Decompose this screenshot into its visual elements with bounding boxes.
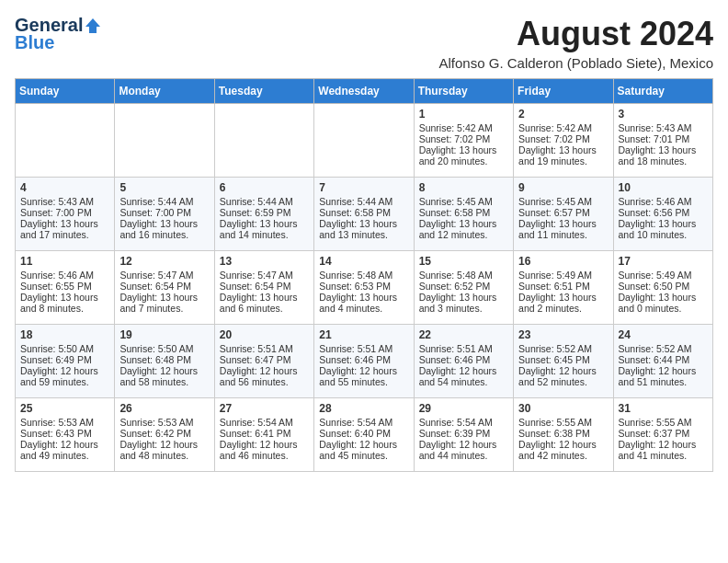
- day-info: Daylight: 13 hours: [220, 292, 309, 303]
- calendar-cell: 26Sunrise: 5:53 AMSunset: 6:42 PMDayligh…: [115, 398, 214, 472]
- day-info: Sunset: 7:02 PM: [518, 133, 608, 144]
- day-info: Sunrise: 5:49 AM: [619, 270, 708, 281]
- weekday-header: Wednesday: [314, 79, 414, 104]
- day-info: Sunrise: 5:47 AM: [220, 270, 309, 281]
- day-info: Sunset: 6:37 PM: [619, 428, 708, 439]
- day-number: 5: [119, 181, 209, 194]
- calendar-cell: 11Sunrise: 5:46 AMSunset: 6:55 PMDayligh…: [16, 251, 115, 325]
- day-info: Daylight: 12 hours: [319, 365, 408, 376]
- day-info: and 49 minutes.: [20, 450, 109, 461]
- day-number: 25: [20, 402, 109, 415]
- calendar-week-row: 4Sunrise: 5:43 AMSunset: 7:00 PMDaylight…: [16, 178, 713, 251]
- day-info: Sunrise: 5:44 AM: [220, 196, 309, 207]
- day-info: Sunset: 6:58 PM: [419, 207, 508, 218]
- day-info: and 10 minutes.: [619, 229, 708, 240]
- calendar-cell: 9Sunrise: 5:45 AMSunset: 6:57 PMDaylight…: [514, 178, 613, 251]
- day-info: and 2 minutes.: [518, 303, 608, 314]
- day-number: 29: [419, 402, 508, 415]
- calendar-week-row: 1Sunrise: 5:42 AMSunset: 7:02 PMDaylight…: [16, 104, 713, 178]
- day-number: 8: [419, 181, 508, 194]
- day-info: Sunset: 6:43 PM: [20, 428, 109, 439]
- day-info: Daylight: 13 hours: [419, 144, 508, 155]
- calendar-cell: 8Sunrise: 5:45 AMSunset: 6:58 PMDaylight…: [414, 178, 513, 251]
- day-info: Daylight: 12 hours: [319, 439, 408, 450]
- calendar-cell: 4Sunrise: 5:43 AMSunset: 7:00 PMDaylight…: [16, 178, 115, 251]
- day-number: 19: [119, 328, 209, 341]
- day-number: 23: [518, 328, 608, 341]
- day-info: Sunrise: 5:44 AM: [119, 196, 209, 207]
- day-info: Sunset: 7:00 PM: [119, 207, 209, 218]
- day-info: Daylight: 13 hours: [518, 218, 608, 229]
- calendar-cell: 24Sunrise: 5:52 AMSunset: 6:44 PMDayligh…: [613, 325, 712, 398]
- day-info: Daylight: 13 hours: [419, 292, 508, 303]
- day-info: Daylight: 12 hours: [119, 439, 209, 450]
- calendar-cell: 30Sunrise: 5:55 AMSunset: 6:38 PMDayligh…: [514, 398, 613, 472]
- title-area: August 2024 Alfonso G. Calderon (Poblado…: [439, 15, 713, 71]
- day-number: 2: [518, 108, 608, 121]
- calendar-table: SundayMondayTuesdayWednesdayThursdayFrid…: [15, 78, 713, 472]
- calendar-cell: 5Sunrise: 5:44 AMSunset: 7:00 PMDaylight…: [115, 178, 214, 251]
- calendar-cell: 7Sunrise: 5:44 AMSunset: 6:58 PMDaylight…: [314, 178, 414, 251]
- weekday-header: Sunday: [16, 79, 115, 104]
- day-info: Daylight: 13 hours: [20, 292, 109, 303]
- day-info: and 52 minutes.: [518, 376, 608, 387]
- day-info: Sunset: 6:47 PM: [220, 354, 309, 365]
- day-info: and 6 minutes.: [220, 303, 309, 314]
- day-info: Sunset: 6:41 PM: [220, 428, 309, 439]
- day-info: Sunset: 6:42 PM: [119, 428, 209, 439]
- day-info: Sunrise: 5:44 AM: [319, 196, 408, 207]
- calendar-cell: 6Sunrise: 5:44 AMSunset: 6:59 PMDaylight…: [214, 178, 313, 251]
- svg-marker-0: [85, 18, 100, 33]
- day-number: 20: [220, 328, 309, 341]
- day-number: 11: [20, 255, 109, 268]
- day-info: and 3 minutes.: [419, 303, 508, 314]
- day-info: Sunrise: 5:51 AM: [419, 343, 508, 354]
- day-info: Sunrise: 5:48 AM: [319, 270, 408, 281]
- day-info: Sunset: 7:02 PM: [419, 133, 508, 144]
- day-number: 27: [220, 402, 309, 415]
- day-info: Sunset: 6:45 PM: [518, 354, 608, 365]
- day-info: Sunset: 6:51 PM: [518, 281, 608, 292]
- day-number: 22: [419, 328, 508, 341]
- day-info: Sunrise: 5:55 AM: [619, 417, 708, 428]
- day-number: 3: [619, 108, 708, 121]
- day-number: 13: [220, 255, 309, 268]
- day-info: Sunset: 6:52 PM: [419, 281, 508, 292]
- day-info: Sunrise: 5:43 AM: [20, 196, 109, 207]
- day-info: and 55 minutes.: [319, 376, 408, 387]
- day-info: Daylight: 12 hours: [619, 365, 708, 376]
- day-info: Sunset: 6:54 PM: [119, 281, 209, 292]
- day-info: and 20 minutes.: [419, 155, 508, 167]
- day-info: Sunset: 6:48 PM: [119, 354, 209, 365]
- calendar-cell: 23Sunrise: 5:52 AMSunset: 6:45 PMDayligh…: [514, 325, 613, 398]
- day-number: 12: [119, 255, 209, 268]
- day-info: and 16 minutes.: [119, 229, 209, 240]
- calendar-cell: 16Sunrise: 5:49 AMSunset: 6:51 PMDayligh…: [514, 251, 613, 325]
- day-info: Daylight: 12 hours: [20, 365, 109, 376]
- day-info: and 11 minutes.: [518, 229, 608, 240]
- day-number: 10: [619, 181, 708, 194]
- day-info: Daylight: 13 hours: [20, 218, 109, 229]
- logo: General Blue: [15, 15, 101, 53]
- day-info: Sunrise: 5:53 AM: [119, 417, 209, 428]
- day-info: Sunset: 6:46 PM: [419, 354, 508, 365]
- sub-title: Alfonso G. Calderon (Poblado Siete), Mex…: [439, 55, 713, 71]
- day-info: Daylight: 12 hours: [20, 439, 109, 450]
- day-info: Daylight: 12 hours: [220, 365, 309, 376]
- day-info: and 8 minutes.: [20, 303, 109, 314]
- day-info: Sunrise: 5:51 AM: [220, 343, 309, 354]
- day-number: 18: [20, 328, 109, 341]
- weekday-header: Tuesday: [214, 79, 313, 104]
- day-info: Sunset: 6:57 PM: [518, 207, 608, 218]
- calendar-week-row: 11Sunrise: 5:46 AMSunset: 6:55 PMDayligh…: [16, 251, 713, 325]
- day-info: and 17 minutes.: [20, 229, 109, 240]
- day-info: and 18 minutes.: [619, 155, 708, 167]
- day-info: Sunset: 6:58 PM: [319, 207, 408, 218]
- calendar-cell: 21Sunrise: 5:51 AMSunset: 6:46 PMDayligh…: [314, 325, 414, 398]
- day-info: Daylight: 13 hours: [119, 292, 209, 303]
- calendar-cell: 10Sunrise: 5:46 AMSunset: 6:56 PMDayligh…: [613, 178, 712, 251]
- day-info: and 44 minutes.: [419, 450, 508, 461]
- day-info: Sunrise: 5:52 AM: [518, 343, 608, 354]
- day-info: Sunset: 6:39 PM: [419, 428, 508, 439]
- day-info: Daylight: 13 hours: [319, 218, 408, 229]
